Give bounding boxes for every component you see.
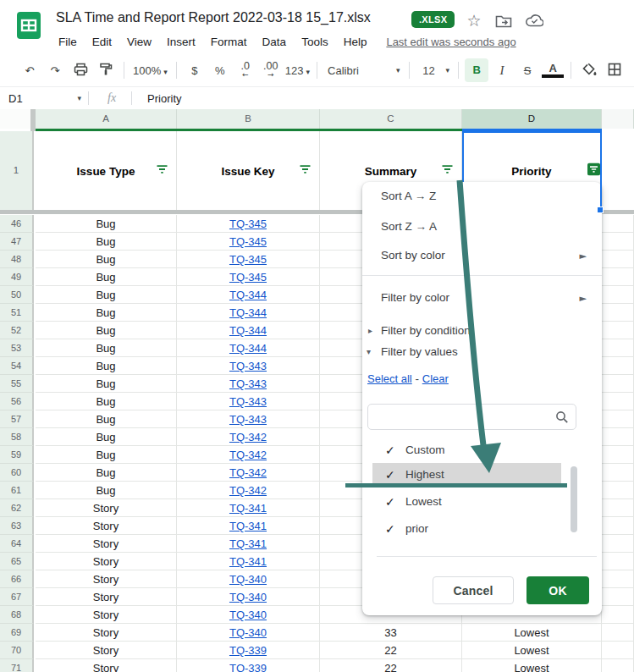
menu-item-filter-by-condition[interactable]: Filter by condition bbox=[381, 324, 471, 337]
menu-format[interactable]: Format bbox=[203, 33, 255, 51]
select-all-corner[interactable] bbox=[0, 109, 30, 129]
issue-key-link[interactable]: TQ-345 bbox=[229, 235, 267, 248]
column-header-b[interactable]: B bbox=[177, 109, 320, 129]
cell-issue-type[interactable]: Story bbox=[36, 535, 177, 553]
cell-issue-type[interactable]: Bug bbox=[36, 322, 177, 339]
cell-issue-key[interactable]: TQ-343 bbox=[177, 357, 320, 375]
issue-key-link[interactable]: TQ-341 bbox=[229, 520, 267, 532]
filter-icon[interactable] bbox=[299, 162, 311, 179]
cell-issue-key[interactable]: TQ-344 bbox=[177, 286, 320, 304]
cell-issue-key[interactable]: TQ-340 bbox=[177, 624, 320, 642]
cell-issue-type[interactable]: Bug bbox=[36, 233, 177, 251]
cell-issue-type[interactable]: Bug bbox=[36, 393, 177, 410]
move-to-folder-icon[interactable] bbox=[495, 14, 512, 28]
fill-color-button[interactable] bbox=[577, 61, 601, 80]
filter-icon[interactable] bbox=[441, 162, 454, 179]
cell-issue-key[interactable]: TQ-342 bbox=[177, 446, 320, 464]
menu-item-sort-az[interactable]: Sort A → Z bbox=[381, 190, 436, 202]
cell-issue-type[interactable]: Bug bbox=[36, 482, 177, 499]
values-scrollbar[interactable] bbox=[571, 466, 577, 532]
bold-button[interactable]: B bbox=[465, 58, 488, 82]
cell-issue-type[interactable]: Bug bbox=[36, 446, 177, 464]
text-color-button[interactable]: A bbox=[541, 61, 565, 80]
expand-right-icon[interactable]: ▸ bbox=[368, 326, 372, 335]
issue-key-link[interactable]: TQ-340 bbox=[229, 609, 267, 621]
row-header-56[interactable]: 56 bbox=[0, 393, 34, 410]
chevron-down-icon[interactable]: ▾ bbox=[446, 66, 450, 74]
cell-issue-type[interactable]: Bug bbox=[36, 268, 177, 286]
cell-issue-type[interactable]: Bug bbox=[36, 339, 177, 357]
row-header-69[interactable]: 69 bbox=[0, 624, 34, 642]
cell-issue-type[interactable]: Bug bbox=[36, 215, 177, 233]
font-family-select[interactable]: Calibri bbox=[323, 64, 394, 77]
issue-key-link[interactable]: TQ-343 bbox=[229, 377, 267, 390]
filter-value-custom[interactable]: ✓Custom bbox=[362, 438, 582, 462]
cell-issue-type[interactable]: Bug bbox=[36, 357, 177, 375]
issue-key-link[interactable]: TQ-340 bbox=[229, 573, 267, 586]
font-size-select[interactable]: 12 bbox=[415, 64, 444, 77]
filter-value-lowest[interactable]: ✓Lowest bbox=[362, 490, 582, 514]
row-header-51[interactable]: 51 bbox=[0, 304, 34, 322]
row-header-63[interactable]: 63 bbox=[0, 517, 34, 535]
row-header-57[interactable]: 57 bbox=[0, 410, 34, 428]
cell-summary[interactable]: 22 bbox=[320, 642, 462, 659]
undo-button[interactable]: ↶ bbox=[18, 63, 41, 79]
cell-issue-type[interactable]: Bug bbox=[36, 375, 177, 393]
cell-issue-key[interactable]: TQ-343 bbox=[177, 393, 320, 410]
cell-issue-key[interactable]: TQ-340 bbox=[177, 570, 320, 588]
issue-key-link[interactable]: TQ-340 bbox=[229, 626, 267, 639]
row-header-70[interactable]: 70 bbox=[0, 642, 34, 659]
increase-decimal-button[interactable]: .00→ bbox=[259, 60, 283, 80]
cell-issue-key[interactable]: TQ-342 bbox=[177, 428, 320, 446]
cell-issue-key[interactable]: TQ-339 bbox=[177, 659, 320, 672]
cell-issue-key[interactable]: TQ-340 bbox=[177, 606, 320, 624]
clear-link[interactable]: Clear bbox=[422, 372, 449, 385]
column-header-a[interactable]: A bbox=[36, 109, 177, 129]
issue-key-link[interactable]: TQ-339 bbox=[229, 644, 267, 657]
menu-data[interactable]: Data bbox=[255, 33, 295, 51]
cell-priority[interactable]: Lowest bbox=[462, 642, 602, 659]
row-header-64[interactable]: 64 bbox=[0, 535, 34, 553]
column-header-d[interactable]: D bbox=[462, 109, 602, 129]
more-formats-button[interactable]: 123▾ bbox=[284, 63, 311, 79]
menu-tools[interactable]: Tools bbox=[294, 33, 336, 51]
expand-down-icon[interactable]: ▾ bbox=[367, 347, 371, 356]
cell-issue-key[interactable]: TQ-345 bbox=[177, 268, 320, 286]
cell-issue-key[interactable]: TQ-341 bbox=[177, 499, 320, 517]
issue-key-link[interactable]: TQ-345 bbox=[229, 218, 267, 230]
cell-issue-key[interactable]: TQ-345 bbox=[177, 233, 320, 251]
cell-issue-type[interactable]: Bug bbox=[36, 410, 177, 428]
cell-issue-key[interactable]: TQ-339 bbox=[177, 642, 320, 659]
filter-search-input[interactable] bbox=[375, 407, 552, 428]
cell-issue-key[interactable]: TQ-343 bbox=[177, 375, 320, 393]
menu-edit[interactable]: Edit bbox=[85, 33, 119, 51]
document-title[interactable]: SLA Time and Report Report 2022-03-18 15… bbox=[56, 10, 371, 25]
row-header-47[interactable]: 47 bbox=[0, 233, 34, 251]
cell-issue-key[interactable]: TQ-344 bbox=[177, 322, 320, 339]
cell-summary[interactable]: 22 bbox=[320, 659, 462, 672]
issue-key-link[interactable]: TQ-341 bbox=[229, 537, 267, 550]
row-header-50[interactable]: 50 bbox=[0, 286, 34, 304]
filter-value-highest[interactable]: ✓Highest bbox=[372, 463, 561, 487]
formula-input[interactable]: Priority bbox=[147, 92, 181, 105]
menu-item-filter-by-color[interactable]: Filter by color bbox=[381, 291, 449, 304]
redo-button[interactable]: ↷ bbox=[43, 63, 67, 79]
cell-issue-key[interactable]: TQ-342 bbox=[177, 464, 320, 482]
row-header-55[interactable]: 55 bbox=[0, 375, 34, 393]
select-all-link[interactable]: Select all bbox=[367, 372, 412, 385]
row-header-68[interactable]: 68 bbox=[0, 606, 34, 624]
cell-issue-type[interactable]: Bug bbox=[36, 286, 177, 304]
cell-issue-key[interactable]: TQ-341 bbox=[177, 535, 320, 553]
cell-issue-type[interactable]: Bug bbox=[36, 428, 177, 446]
zoom-control[interactable]: 100%▾ bbox=[133, 64, 168, 77]
cell-issue-type[interactable]: Story bbox=[36, 570, 177, 588]
cell-priority[interactable]: Lowest bbox=[462, 659, 602, 672]
row-header-66[interactable]: 66 bbox=[0, 570, 34, 588]
row-header-52[interactable]: 52 bbox=[0, 322, 34, 339]
issue-key-link[interactable]: TQ-342 bbox=[229, 484, 267, 497]
row-header-54[interactable]: 54 bbox=[0, 357, 34, 375]
cell-issue-type[interactable]: Story bbox=[36, 588, 177, 606]
row-header-46[interactable]: 46 bbox=[0, 215, 34, 233]
filter-search-box[interactable] bbox=[367, 404, 576, 430]
issue-key-link[interactable]: TQ-345 bbox=[229, 253, 267, 266]
